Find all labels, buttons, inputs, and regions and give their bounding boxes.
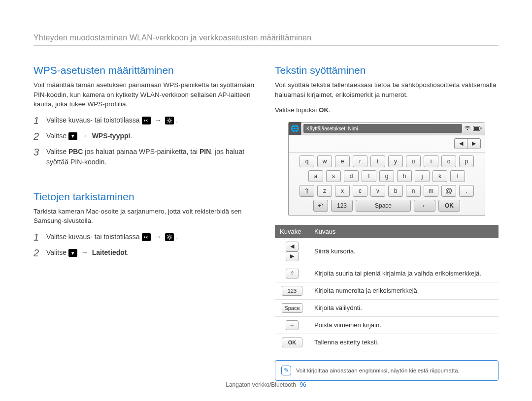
svg-line-7	[171, 122, 171, 122]
key-h: h	[397, 170, 412, 182]
info-intro: Tarkista kameran Mac-osoite ja sarjanume…	[33, 207, 257, 226]
cursor-left-icon: ◀	[455, 139, 467, 149]
key-x: x	[335, 185, 350, 197]
icon-cell: ⇧	[275, 265, 309, 282]
wps-intro: Voit määrittää tämän asetuksen painamaan…	[33, 80, 257, 109]
svg-point-0	[145, 120, 147, 122]
key-v: v	[370, 185, 385, 197]
at-key: @	[441, 185, 456, 197]
chevron-down-icon: ▾	[68, 132, 77, 140]
key-r: r	[353, 155, 367, 167]
gear-icon	[165, 117, 174, 124]
cursor-right-icon: ▶	[286, 251, 299, 261]
svg-rect-23	[474, 127, 479, 130]
key-j: j	[415, 170, 430, 182]
icon-cell: ←	[275, 316, 309, 334]
table-header-icon: Kuvake	[275, 225, 309, 238]
table-row: ⇧ Kirjoita suuria tai pieniä kirjaimia j…	[275, 265, 499, 282]
shift-key-icon: ⇧	[299, 185, 314, 197]
closing-seg: Valitse lopuksi	[275, 106, 319, 114]
step-content: Valitse kuvaus- tai toistotilassa → .	[46, 115, 257, 125]
key-q: q	[299, 155, 314, 167]
step-text: Valitse	[46, 132, 66, 140]
svg-rect-22	[481, 127, 482, 129]
arrow-icon: →	[154, 116, 161, 124]
keyboard-row-3: ⇧ zxcvbnm @ .	[293, 185, 481, 197]
ok-key: OK	[438, 200, 460, 212]
battery-icon	[473, 125, 482, 132]
step-text: Valitse kuvaus- tai toistotilassa	[46, 233, 140, 241]
footer-text: Langaton verkko/Bluetooth	[226, 381, 296, 388]
step-content: Valitse PBC jos haluat painaa WPS-painik…	[46, 147, 257, 167]
backspace-key-icon: ←	[414, 200, 435, 212]
step-content: Valitse ▾ → Laitetiedot.	[46, 247, 257, 258]
left-column: WPS-asetusten määrittäminen Voit määritt…	[33, 64, 257, 381]
svg-line-6	[167, 119, 168, 119]
closing-ok: OK	[319, 106, 329, 114]
space-key: Space	[356, 200, 411, 212]
step-seg: jos haluat painaa WPS-painiketta, tai	[83, 148, 200, 155]
key-p: p	[459, 155, 474, 167]
closing-dot: .	[329, 106, 331, 114]
status-icons	[464, 125, 485, 132]
cursor-right-icon: ▶	[467, 139, 480, 149]
step-bold: Laitetiedot	[92, 248, 127, 256]
arrow-icon: →	[81, 248, 88, 256]
info-heading: Tietojen tarkistaminen	[33, 191, 257, 203]
dot-key: .	[459, 185, 474, 197]
note-text: Voit kirjoittaa ainoastaan englanniksi, …	[296, 368, 460, 373]
table-row: Space Kirjoita välilyönti.	[275, 299, 499, 316]
svg-line-8	[171, 119, 171, 119]
arrow-icon: →	[81, 132, 88, 140]
key-w: w	[317, 155, 332, 167]
keyboard-illustration: 🌐 Käyttäjäasetukset: Nimi ◀ ▶	[288, 122, 485, 216]
keyboard-title: Käyttäjäasetukset: Nimi	[303, 124, 462, 133]
key-m: m	[424, 185, 438, 197]
step-number: 3	[33, 147, 41, 157]
step-number: 2	[33, 131, 41, 142]
wps-step-2: 2 Valitse ▾ → WPS-tyyppi.	[33, 131, 257, 142]
svg-point-1	[168, 120, 170, 122]
text-entry-intro: Voit syöttää tekstiä tallentaessasi tiet…	[275, 80, 499, 99]
key-e: e	[335, 155, 350, 167]
shift-key-icon: ⇧	[286, 269, 299, 278]
key-k: k	[432, 170, 447, 182]
key-s: s	[326, 170, 341, 182]
step-text: Valitse kuvaus- tai toistotilassa	[46, 116, 140, 124]
key-g: g	[379, 170, 394, 182]
key-d: d	[344, 170, 359, 182]
backspace-key-icon: ←	[286, 320, 299, 330]
svg-line-9	[167, 122, 168, 122]
step-bold: PBC	[68, 148, 83, 155]
key-z: z	[317, 185, 332, 197]
keyboard-row-1: qwertyuiop	[293, 155, 481, 167]
keyboard-row-4: ↶ 123 Space ← OK	[293, 200, 481, 212]
globe-icon: 🌐	[289, 122, 301, 135]
right-column: Tekstin syöttäminen Voit syöttää tekstiä…	[275, 64, 499, 381]
step-bold: WPS-tyyppi	[92, 132, 131, 140]
key-a: a	[308, 170, 323, 182]
key-c: c	[353, 185, 367, 197]
step-content: Valitse ▾ → WPS-tyyppi.	[46, 131, 257, 141]
step-number: 1	[33, 115, 41, 126]
key-n: n	[406, 185, 421, 197]
icon-cell: ◀▶	[275, 238, 309, 265]
svg-line-17	[171, 239, 171, 239]
table-row: ◀▶ Siirrä kursoria.	[275, 238, 499, 265]
text-entry-heading: Tekstin syöttäminen	[275, 64, 499, 76]
signal-icon	[464, 125, 471, 132]
note-icon: ✎	[281, 366, 291, 375]
step-number: 1	[33, 232, 41, 243]
svg-point-10	[145, 237, 147, 238]
key-l: l	[450, 170, 465, 182]
step-dot: .	[127, 248, 129, 256]
keyboard-row-2: asdfghjkl	[293, 170, 481, 182]
step-dot: .	[176, 233, 178, 241]
icon-description-table: Kuvake Kuvaus ◀▶ Siirrä kursoria. ⇧ Kirj…	[275, 225, 499, 351]
wireless-icon	[142, 117, 151, 124]
table-header-desc: Kuvaus	[309, 225, 499, 238]
cursor-left-icon: ◀	[286, 242, 299, 251]
desc-cell: Siirrä kursoria.	[309, 238, 499, 265]
step-text: Valitse	[46, 248, 66, 256]
table-row: 123 Kirjoita numeroita ja erikoismerkkej…	[275, 282, 499, 299]
